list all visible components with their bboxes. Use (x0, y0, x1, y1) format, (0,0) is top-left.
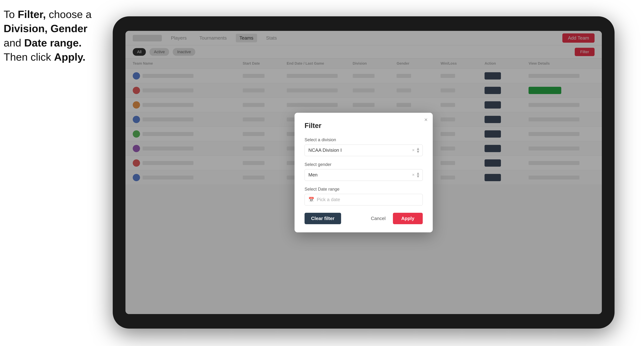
date-form-group: Select Date range 📅 Pick a date (304, 187, 423, 205)
gender-select[interactable]: Men × ▲▼ (304, 169, 423, 181)
tablet-screen: Players Tournaments Teams Stats Add Team… (126, 31, 602, 314)
date-input[interactable]: 📅 Pick a date (304, 194, 423, 205)
gender-form-group: Select gender Men × ▲▼ (304, 162, 423, 181)
modal-overlay: × Filter Select a division NCAA Division… (126, 31, 602, 314)
instruction-text: To Filter, choose a Division, Gender and… (4, 7, 92, 64)
gender-select-icons: × ▲▼ (412, 172, 420, 178)
modal-footer-right: Cancel Apply (367, 213, 423, 224)
gender-clear-icon[interactable]: × (412, 173, 414, 177)
apply-button[interactable]: Apply (393, 213, 423, 224)
calendar-icon: 📅 (308, 197, 314, 202)
division-clear-icon[interactable]: × (412, 148, 414, 153)
division-select[interactable]: NCAA Division I × ▲▼ (304, 145, 423, 156)
filter-modal: × Filter Select a division NCAA Division… (294, 113, 433, 232)
gender-label: Select gender (304, 162, 423, 167)
clear-filter-button[interactable]: Clear filter (304, 213, 341, 224)
tablet-shell: Players Tournaments Teams Stats Add Team… (113, 16, 614, 329)
gender-chevron-icon: ▲▼ (416, 172, 420, 178)
division-label: Select a division (304, 137, 423, 142)
division-select-icons: × ▲▼ (412, 147, 420, 153)
date-label: Select Date range (304, 187, 423, 192)
division-form-group: Select a division NCAA Division I × ▲▼ (304, 137, 423, 156)
modal-close-button[interactable]: × (424, 117, 428, 123)
modal-footer: Clear filter Cancel Apply (304, 213, 423, 224)
modal-title: Filter (304, 122, 423, 130)
cancel-button[interactable]: Cancel (367, 213, 389, 224)
date-placeholder-text: Pick a date (317, 197, 340, 202)
division-chevron-icon: ▲▼ (416, 147, 420, 153)
